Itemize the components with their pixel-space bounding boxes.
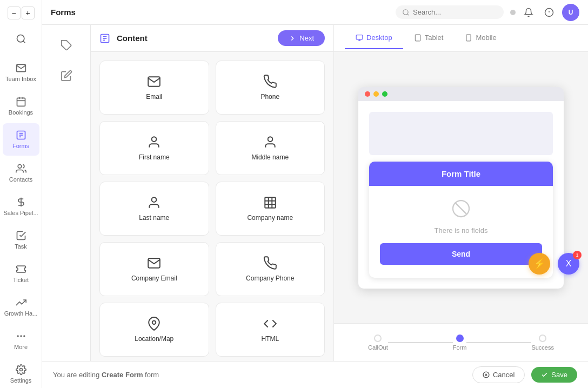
panel-title: Content [117,34,271,43]
sidebar-item-bookings[interactable]: Bookings [3,90,39,122]
tab-desktop[interactable]: Desktop [345,27,403,49]
search-bar[interactable] [396,5,504,19]
sidebar-item-label: Forms [12,143,29,149]
field-card-location-map[interactable]: Location/Map [99,303,209,357]
svg-point-26 [152,137,157,142]
svg-rect-46 [415,35,420,41]
svg-point-14 [17,336,18,337]
field-label: Phone [260,93,279,101]
sidebar-item-search[interactable] [3,23,39,55]
zoom-out-button[interactable]: − [8,6,21,19]
field-label: First name [139,153,170,161]
bell-icon[interactable] [542,5,557,20]
sidebar-item-contacts[interactable]: Contacts [3,157,39,189]
svg-line-1 [23,41,25,43]
cancel-button[interactable]: Cancel [472,366,525,383]
svg-point-10 [18,165,22,169]
person-icon [263,135,277,149]
panel-preview: Desktop Tablet Mobile [334,25,588,361]
svg-rect-2 [17,98,25,106]
field-card-company-phone[interactable]: Company Phone [216,242,325,296]
panel-icon-puzzle[interactable] [50,31,83,59]
sidebar-item-growth[interactable]: Growth Ha... [3,291,39,323]
browser-dot-red [365,91,370,97]
step-circle-success [539,335,546,342]
field-card-company-name[interactable]: Company name [216,182,325,236]
sidebar-item-label: Settings [10,377,32,384]
step-label-callout: CallOut [368,344,388,351]
field-card-last-name[interactable]: Last name [99,182,209,236]
no-fields-text: There is no fields [435,226,488,235]
step-circle-form [456,335,464,342]
sidebar-item-label: Bookings [9,109,33,116]
save-button[interactable]: Save [531,367,577,383]
field-card-phone[interactable]: Phone [216,61,325,115]
svg-line-17 [407,14,409,15]
person-icon [147,196,161,210]
float-x-label: X [566,259,572,269]
tab-mobile[interactable]: Mobile [454,27,507,49]
zoom-in-button[interactable]: + [22,6,35,19]
mobile-icon [465,34,472,42]
next-button[interactable]: Next [278,30,325,46]
form-name: Create Form [102,371,143,379]
float-gold-icon: ⚡ [533,258,545,270]
float-x-button[interactable]: X 1 [558,253,579,275]
field-card-middle-name[interactable]: Middle name [216,121,325,175]
svg-rect-43 [356,35,363,39]
sidebar-item-settings[interactable]: Settings [3,358,39,388]
sidebar-item-label: Contacts [9,176,32,183]
search-input[interactable] [413,8,489,16]
no-fields-icon [451,199,471,222]
panel-icon-edit[interactable] [50,62,83,90]
sidebar: − + Team Inbox Bookings Forms Contacts S… [0,0,42,388]
form-card: Form Title There is no fields Send [369,162,553,278]
field-card-company-email[interactable]: Company Email [99,242,209,296]
sidebar-item-forms[interactable]: Forms [3,123,39,156]
svg-rect-29 [265,197,276,208]
content-icon [99,33,110,44]
float-x-badge: 1 [573,251,582,259]
sidebar-item-label: Sales Pipel... [3,210,38,216]
fields-grid: Email Phone First name Middle name [91,52,333,361]
preview-footer: CallOut Form Success [334,323,588,361]
svg-line-51 [455,203,466,214]
sidebar-item-ticket[interactable]: Ticket [3,257,39,290]
field-card-first-name[interactable]: First name [99,121,209,175]
sidebar-item-task[interactable]: Task [3,224,39,256]
field-card-html[interactable]: HTML [216,303,325,357]
next-icon [289,35,296,42]
tab-label: Mobile [476,34,496,42]
phone-icon [263,256,277,270]
browser-dot-green [382,91,387,97]
email-icon [147,75,161,89]
field-label: Last name [139,214,169,222]
field-card-email[interactable]: Email [99,61,209,115]
float-gold-button[interactable]: ⚡ [529,253,550,275]
browser-dot-yellow [373,91,379,97]
svg-point-12 [21,336,22,337]
form-send-button[interactable]: Send [380,243,542,265]
step-callout: CallOut [368,335,388,351]
field-label: Location/Map [135,335,173,343]
location-icon [147,317,161,331]
sidebar-item-team-inbox[interactable]: Team Inbox [3,56,39,89]
svg-point-0 [17,35,24,42]
step-line-2 [466,342,531,343]
save-icon [541,371,548,378]
status-dot [510,10,516,15]
sidebar-item-more[interactable]: More [3,324,39,357]
sidebar-item-sales-pipeline[interactable]: Sales Pipel... [3,190,39,223]
content-area: Content Next Email Phone [42,25,588,361]
tab-label: Tablet [425,34,444,42]
field-label: Middle name [251,153,289,161]
svg-point-27 [268,137,272,142]
preview-tabs: Desktop Tablet Mobile [334,25,588,52]
notification-icon[interactable] [521,5,536,20]
tab-tablet[interactable]: Tablet [403,27,455,49]
avatar[interactable]: U [562,4,579,21]
field-label: HTML [261,335,279,343]
monitor-icon [356,34,363,42]
tab-label: Desktop [366,34,392,42]
panel-fields-header: Content Next [91,25,333,52]
